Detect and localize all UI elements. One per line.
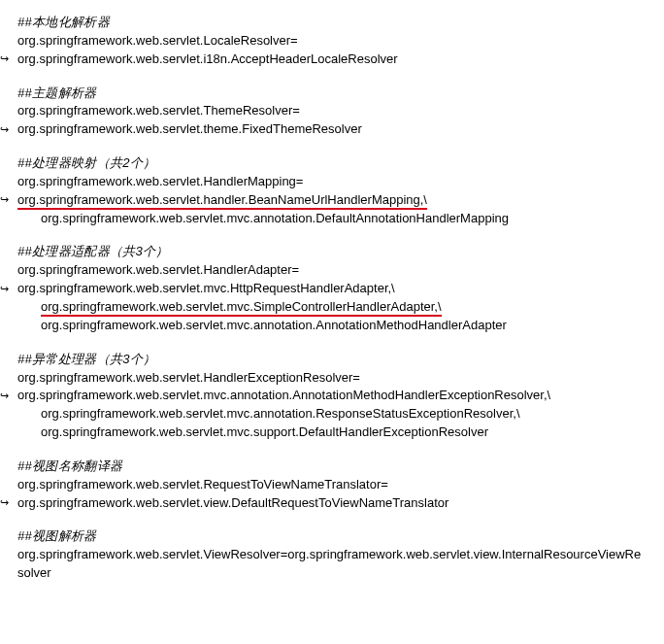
config-line-text: org.springframework.web.servlet.i18n.Acc…: [17, 51, 398, 66]
config-line: ↪org.springframework.web.servlet.mvc.ann…: [17, 387, 647, 405]
config-section: ##处理器适配器（共3个）org.springframework.web.ser…: [17, 243, 647, 334]
config-line: org.springframework.web.servlet.mvc.anno…: [17, 210, 647, 228]
config-line: org.springframework.web.servlet.HandlerE…: [17, 369, 647, 388]
config-line: ↪org.springframework.web.servlet.view.De…: [17, 494, 647, 513]
continuation-icon: ↪: [0, 192, 16, 208]
config-line-text: org.springframework.web.servlet.mvc.anno…: [41, 318, 507, 332]
continuation-icon: ↪: [0, 51, 16, 67]
section-comment: ##主题解析器: [17, 85, 647, 103]
config-line-text: org.springframework.web.servlet.HandlerM…: [17, 174, 303, 188]
section-comment: ##本地化解析器: [17, 14, 647, 32]
continuation-icon: ↪: [0, 122, 16, 138]
document-root: ##本地化解析器org.springframework.web.servlet.…: [17, 14, 647, 583]
config-line: org.springframework.web.servlet.ViewReso…: [17, 546, 647, 583]
section-comment: ##处理器映射（共2个）: [17, 154, 647, 173]
config-line-text: org.springframework.web.servlet.mvc.Simp…: [41, 299, 442, 317]
config-line: org.springframework.web.servlet.ThemeRes…: [17, 102, 647, 120]
config-line: org.springframework.web.servlet.HandlerM…: [17, 173, 647, 191]
config-section: ##本地化解析器org.springframework.web.servlet.…: [17, 14, 647, 69]
config-line: org.springframework.web.servlet.mvc.supp…: [17, 424, 647, 442]
config-line-text: org.springframework.web.servlet.ThemeRes…: [17, 103, 300, 118]
config-line: org.springframework.web.servlet.mvc.anno…: [17, 405, 647, 424]
config-line: ↪org.springframework.web.servlet.mvc.Htt…: [17, 280, 647, 298]
config-section: ##视图名称翻译器org.springframework.web.servlet…: [17, 458, 647, 513]
config-line: org.springframework.web.servlet.RequestT…: [17, 476, 647, 494]
section-comment: ##视图解析器: [17, 527, 647, 546]
config-section: ##主题解析器org.springframework.web.servlet.T…: [17, 85, 647, 140]
config-line-text: org.springframework.web.servlet.HandlerA…: [17, 262, 299, 277]
config-line: org.springframework.web.servlet.mvc.Simp…: [17, 298, 647, 317]
section-comment: ##异常处理器（共3个）: [17, 351, 647, 369]
config-line-text: org.springframework.web.servlet.view.Def…: [17, 495, 448, 510]
config-line: ↪org.springframework.web.servlet.i18n.Ac…: [17, 51, 647, 69]
config-line-text: org.springframework.web.servlet.mvc.anno…: [17, 388, 550, 402]
config-line-text: org.springframework.web.servlet.ViewReso…: [17, 547, 641, 580]
config-line-text: org.springframework.web.servlet.theme.Fi…: [17, 121, 362, 136]
config-line-text: org.springframework.web.servlet.LocaleRe…: [17, 33, 298, 48]
section-comment: ##处理器适配器（共3个）: [17, 243, 647, 261]
config-line-text: org.springframework.web.servlet.RequestT…: [17, 477, 388, 491]
section-comment: ##视图名称翻译器: [17, 458, 647, 476]
continuation-icon: ↪: [0, 282, 16, 297]
config-line-text: org.springframework.web.servlet.handler.…: [17, 192, 427, 210]
config-line: ↪org.springframework.web.servlet.theme.F…: [17, 120, 647, 139]
config-line-text: org.springframework.web.servlet.mvc.supp…: [41, 424, 488, 439]
config-section: ##视图解析器org.springframework.web.servlet.V…: [17, 527, 647, 583]
continuation-icon: ↪: [0, 389, 16, 404]
config-line: org.springframework.web.servlet.LocaleRe…: [17, 32, 647, 51]
config-line-text: org.springframework.web.servlet.HandlerE…: [17, 370, 360, 385]
continuation-icon: ↪: [0, 495, 16, 511]
config-line: ↪org.springframework.web.servlet.handler…: [17, 191, 647, 210]
config-section: ##处理器映射（共2个）org.springframework.web.serv…: [17, 154, 647, 227]
config-line: org.springframework.web.servlet.HandlerA…: [17, 261, 647, 280]
config-section: ##异常处理器（共3个）org.springframework.web.serv…: [17, 351, 647, 442]
config-line-text: org.springframework.web.servlet.mvc.anno…: [41, 211, 509, 225]
config-line-text: org.springframework.web.servlet.mvc.Http…: [17, 281, 395, 295]
config-line-text: org.springframework.web.servlet.mvc.anno…: [41, 406, 520, 421]
config-line: org.springframework.web.servlet.mvc.anno…: [17, 317, 647, 335]
